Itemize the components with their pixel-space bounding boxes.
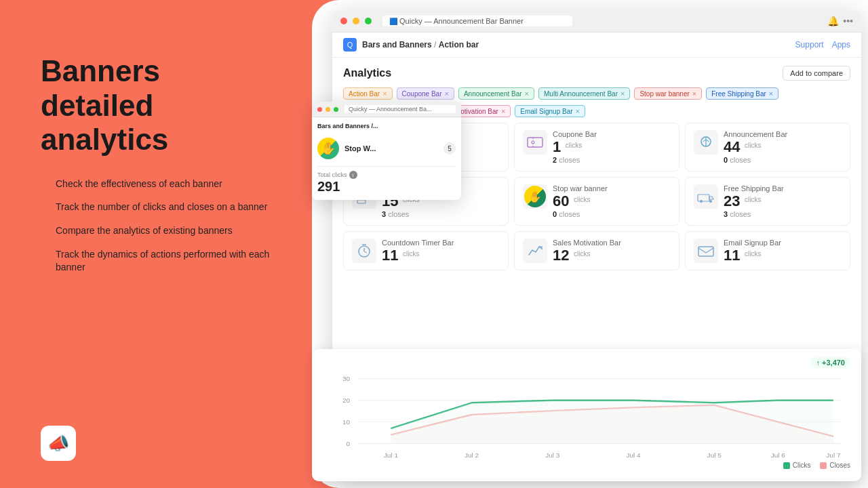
card-free-shipping: Free Shipping Bar 23 clicks 3 closes xyxy=(685,177,850,226)
card-content: Announcement Bar 44 clicks 0 closes xyxy=(724,130,787,164)
feature-item: ✓ Compare the analytics of existing bann… xyxy=(41,224,278,239)
svg-rect-4 xyxy=(528,138,542,147)
small-dot-green xyxy=(334,107,338,112)
chart-svg: 30 20 10 0 Jul 1 Jul 2 Jul 3 Jul 4 Jul 5… xyxy=(323,371,850,459)
svg-text:Jul 4: Jul 4 xyxy=(626,451,641,459)
tag-announcement-bar[interactable]: Announcement Bar × xyxy=(458,87,534,100)
breadcrumb: Bars and Banners / Action bar xyxy=(362,40,479,49)
card-label: Announcement Bar xyxy=(724,130,787,138)
card-label: Coupone Bar xyxy=(553,130,597,138)
info-icon: i xyxy=(349,171,357,179)
small-dot-yellow xyxy=(326,107,330,112)
card-icon xyxy=(352,239,376,263)
chart-header: ↑ +3,470 xyxy=(323,357,850,368)
card-announcement-bar: Announcement Bar 44 clicks 0 closes xyxy=(685,123,850,171)
card-clicks: 44 clicks xyxy=(724,140,787,155)
check-icon: ✓ xyxy=(41,201,49,215)
support-link[interactable]: Support xyxy=(795,40,824,49)
card-icon xyxy=(694,130,718,155)
svg-text:20: 20 xyxy=(342,397,351,405)
svg-point-14 xyxy=(709,200,712,203)
card-icon xyxy=(694,239,718,263)
legend-closes: Closes xyxy=(820,462,850,469)
svg-rect-19 xyxy=(698,247,713,256)
card-closes: 3 closes xyxy=(724,210,784,218)
card-content: Stop war banner 60 clicks 0 closes xyxy=(553,184,608,218)
tag-close-icon[interactable]: × xyxy=(525,89,529,98)
tag-close-icon[interactable]: × xyxy=(445,89,449,98)
check-icon: ✓ xyxy=(41,225,49,239)
svg-point-13 xyxy=(700,200,703,203)
card-icon xyxy=(694,184,718,209)
tag-email-signup[interactable]: Email Signup Bar × xyxy=(515,105,585,117)
total-clicks-number: 291 xyxy=(317,179,456,195)
tag-coupone-bar[interactable]: Coupone Bar × xyxy=(397,87,454,100)
tag-close-icon[interactable]: × xyxy=(769,89,773,98)
card-content: Coupone Bar 1 clicks 2 closes xyxy=(553,130,597,164)
card-content: Free Shipping Bar 23 clicks 3 closes xyxy=(724,184,784,218)
total-clicks-section: Total clicks i 291 xyxy=(317,166,456,195)
card-content: Countdown Timer Bar 11 clicks xyxy=(382,239,454,263)
card-icon xyxy=(523,130,547,155)
dot-green xyxy=(365,18,372,24)
feature-item: ✓ Track the dynamics of actions performe… xyxy=(41,248,278,274)
card-clicks: 11 clicks xyxy=(724,248,781,263)
card-icon xyxy=(523,239,547,263)
tag-close-icon[interactable]: × xyxy=(382,89,387,98)
nav-right: Support Apps xyxy=(795,40,850,49)
card-closes: 0 closes xyxy=(724,156,787,164)
features-list: ✓ Check the effectiveness of each banner… xyxy=(41,178,278,274)
card-label: Sales Motivation Bar xyxy=(553,239,621,247)
tag-multi-announcement[interactable]: Multi Announcement Bar × xyxy=(538,87,630,100)
card-email-signup: Email Signup Bar 11 clicks xyxy=(685,231,850,270)
card-clicks: 11 clicks xyxy=(382,248,454,263)
tag-stop-war[interactable]: Stop war banner × xyxy=(634,87,702,100)
dot-red xyxy=(340,18,347,24)
small-dot-red xyxy=(317,107,322,112)
tag-free-shipping[interactable]: Free Shipping Bar × xyxy=(706,87,778,100)
card-label: Email Signup Bar xyxy=(724,239,781,247)
legend-clicks: Clicks xyxy=(783,462,811,469)
tag-action-bar[interactable]: Action Bar × xyxy=(343,87,393,100)
app-logo-small: Q xyxy=(343,38,357,52)
small-browser-titlebar: Quicky — Announcement Ba... xyxy=(312,102,461,117)
stop-war-row: ✋ Stop W... 5 xyxy=(317,134,456,163)
analytics-title: Analytics xyxy=(343,67,391,79)
feature-item: ✓ Check the effectiveness of each banner xyxy=(41,178,278,192)
tag-close-icon[interactable]: × xyxy=(501,107,505,115)
browser-titlebar: 🟦 Quicky — Announcement Bar Banner 🔔 ••• xyxy=(332,10,861,33)
logo-icon: 📣 xyxy=(41,426,76,461)
card-clicks: 23 clicks xyxy=(724,194,784,209)
page-title: Banners detailed analytics xyxy=(41,54,278,157)
card-countdown: Countdown Timer Bar 11 clicks xyxy=(343,231,509,270)
small-browser-content: Bars and Banners /... ✋ Stop W... 5 Tota… xyxy=(312,117,461,200)
card-sales-motivation: Sales Motivation Bar 12 clicks xyxy=(514,231,679,270)
svg-rect-12 xyxy=(698,195,709,201)
browser-icons: 🔔 ••• xyxy=(827,16,853,26)
tag-close-icon[interactable]: × xyxy=(620,89,625,98)
card-content: Email Signup Bar 11 clicks xyxy=(724,239,781,263)
add-compare-button[interactable]: Add to compare xyxy=(783,66,850,81)
svg-text:0: 0 xyxy=(347,440,351,447)
chart-area: ↑ +3,470 30 20 10 0 Jul 1 Jul 2 Jul 3 Ju… xyxy=(312,349,861,481)
svg-text:Jul 3: Jul 3 xyxy=(545,451,559,459)
bell-icon: 🔔 xyxy=(827,16,839,26)
svg-text:30: 30 xyxy=(342,375,351,383)
chart-legend: Clicks Closes xyxy=(323,462,850,469)
small-browser-url: Quicky — Announcement Ba... xyxy=(344,105,456,113)
tag-close-icon[interactable]: × xyxy=(576,107,580,115)
svg-rect-11 xyxy=(357,200,366,203)
svg-text:Jul 2: Jul 2 xyxy=(465,451,479,459)
card-label: Free Shipping Bar xyxy=(724,184,784,192)
total-clicks-label: Total clicks i xyxy=(317,171,456,179)
card-stop-war: ✋ Stop war banner 60 clicks 0 closes xyxy=(514,177,679,226)
apps-link[interactable]: Apps xyxy=(832,40,850,49)
chart-svg-wrapper: 30 20 10 0 Jul 1 Jul 2 Jul 3 Jul 4 Jul 5… xyxy=(323,371,850,459)
card-content: Sales Motivation Bar 12 clicks xyxy=(553,239,621,263)
svg-text:Jul 6: Jul 6 xyxy=(771,451,785,459)
check-icon: ✓ xyxy=(41,249,49,262)
card-label: Stop war banner xyxy=(553,184,608,192)
tag-close-icon[interactable]: × xyxy=(692,89,696,98)
card-clicks: 12 clicks xyxy=(553,248,621,263)
stop-war-icon: ✋ xyxy=(317,138,339,159)
